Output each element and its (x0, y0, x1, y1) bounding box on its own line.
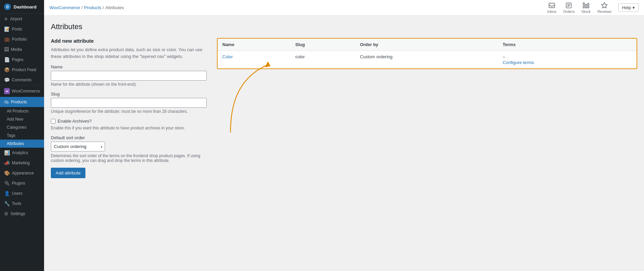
sidebar-item-comments[interactable]: 💬 Comments (0, 75, 44, 85)
name-hint: Name for the attribute (shown on the fro… (51, 82, 207, 87)
dashboard-logo[interactable]: D Dashboard (0, 0, 44, 14)
row-orderby: Custom ordering (355, 51, 498, 69)
attribute-name-link[interactable]: Color (222, 54, 233, 59)
products-parent-icon: 🛍 (4, 99, 9, 105)
col-terms: Terms (498, 39, 637, 51)
sidebar-item-plugins[interactable]: 🔌 Plugins (0, 178, 44, 188)
sidebar-item-attributes[interactable]: Attributes (0, 140, 44, 148)
dashboard-label: Dashboard (14, 4, 37, 9)
sort-order-label: Default sort order (51, 135, 207, 140)
enable-archives-label[interactable]: Enable Archives? (51, 119, 207, 124)
svg-marker-8 (602, 2, 607, 8)
airport-icon: ✈ (4, 16, 8, 22)
name-input[interactable] (51, 71, 207, 81)
svg-rect-5 (583, 3, 584, 8)
media-icon: 🖼 (4, 47, 9, 52)
content-layout: Add new attribute Attributes let you def… (51, 38, 637, 178)
sort-order-select[interactable]: Custom ordering Name Name (numeric) Term… (51, 142, 105, 151)
name-form-group: Name Name for the attribute (shown on th… (51, 64, 207, 87)
sidebar-item-marketing[interactable]: 📣 Marketing (0, 158, 44, 168)
marketing-icon: 📣 (4, 160, 10, 166)
sidebar-item-analytics[interactable]: 📊 Analytics (0, 148, 44, 158)
settings-icon: ⚙ (4, 211, 8, 216)
slug-hint: Unique slug/reference for the attribute;… (51, 109, 207, 114)
sidebar-item-all-products[interactable]: All Products (0, 107, 44, 115)
enable-archives-group: Enable Archives? Enable this if you want… (51, 119, 207, 130)
sidebar-item-media[interactable]: 🖼 Media (0, 44, 44, 55)
analytics-icon: 📊 (4, 150, 10, 155)
table-body: Color color Custom ordering – Configure … (218, 51, 637, 69)
sidebar-item-product-feed[interactable]: 📦 Product Feed (0, 65, 44, 75)
name-label: Name (51, 64, 207, 69)
sort-order-group: Default sort order Custom ordering Name … (51, 135, 207, 163)
sort-hint: Determines the sort order of the terms o… (51, 153, 207, 163)
product-feed-icon: 📦 (4, 67, 10, 72)
row-slug: color (290, 51, 355, 69)
breadcrumb-products[interactable]: Products (84, 5, 101, 10)
topbar-right: Inbox Orders Stock Reviews Help ▾ (547, 2, 639, 14)
woocommerce-nav-item[interactable]: W WooCommerce (0, 85, 44, 97)
enable-archives-hint: Enable this if you want this attribute t… (51, 126, 207, 130)
sidebar-item-tags[interactable]: Tags (0, 131, 44, 140)
table-header: Name Slug Order by Terms (218, 39, 637, 51)
col-slug: Slug (290, 39, 355, 51)
svg-rect-7 (588, 3, 589, 8)
breadcrumb-sep1: / (81, 5, 83, 10)
reviews-icon (601, 2, 608, 9)
sidebar-item-add-new[interactable]: Add New (0, 115, 44, 123)
sidebar-item-categories[interactable]: Categories (0, 123, 44, 131)
table-row: Color color Custom ordering – Configure … (218, 51, 637, 69)
form-description: Attributes let you define extra product … (51, 46, 207, 60)
enable-archives-checkbox[interactable] (51, 119, 56, 124)
form-section-title: Add new attribute (51, 38, 207, 44)
appearance-icon: 🎨 (4, 170, 10, 176)
add-attribute-button[interactable]: Add attribute (51, 168, 85, 178)
sidebar-item-posts[interactable]: 📝 Posts (0, 24, 44, 34)
attributes-table-panel: Name Slug Order by Terms Color color (217, 38, 637, 69)
configure-terms-link[interactable]: Configure terms (503, 60, 632, 65)
help-button[interactable]: Help ▾ (618, 3, 639, 12)
stock-button[interactable]: Stock (581, 2, 591, 14)
topbar: WooCommerce / Products / Attributes Inbo… (44, 0, 644, 16)
slug-label: Slug (51, 91, 207, 97)
sidebar-item-tools[interactable]: 🔧 Tools (0, 199, 44, 209)
woocommerce-icon: W (4, 88, 10, 94)
posts-icon: 📝 (4, 26, 10, 32)
breadcrumb: WooCommerce / Products / Attributes (49, 5, 124, 10)
slug-form-group: Slug Unique slug/reference for the attri… (51, 91, 207, 114)
sidebar-item-settings[interactable]: ⚙ Settings (0, 209, 44, 219)
stock-icon (583, 2, 589, 9)
breadcrumb-sep2: / (103, 5, 104, 10)
sidebar-item-airport[interactable]: ✈ Airport (0, 14, 44, 24)
col-name: Name (218, 39, 290, 51)
reviews-button[interactable]: Reviews (598, 2, 612, 14)
tools-icon: 🔧 (4, 201, 10, 206)
help-chevron-icon: ▾ (632, 5, 635, 10)
inbox-icon (548, 2, 555, 9)
products-subnav: All Products Add New Categories Tags Att… (0, 107, 44, 148)
content-area: Attributes Add new attribute Attributes … (44, 16, 644, 271)
dashboard-icon: D (4, 3, 11, 10)
sidebar-item-users[interactable]: 👤 Users (0, 188, 44, 199)
sidebar: D Dashboard ✈ Airport 📝 Posts 💼 Portfoli… (0, 0, 44, 271)
slug-input[interactable] (51, 98, 207, 108)
sidebar-item-portfolio[interactable]: 💼 Portfolio (0, 34, 44, 44)
inbox-button[interactable]: Inbox (547, 2, 557, 14)
users-icon: 👤 (4, 191, 10, 196)
orders-icon (565, 2, 572, 9)
row-terms: – Configure terms (498, 51, 637, 69)
row-name: Color (218, 51, 290, 69)
sidebar-item-pages[interactable]: 📄 Pages (0, 55, 44, 65)
plugins-icon: 🔌 (4, 181, 10, 186)
col-orderby: Order by (355, 39, 498, 51)
comments-icon: 💬 (4, 77, 10, 83)
sort-order-select-wrapper: Custom ordering Name Name (numeric) Term… (51, 142, 105, 151)
sidebar-item-products-parent[interactable]: 🛍 Products (0, 97, 44, 107)
form-panel: Add new attribute Attributes let you def… (51, 38, 207, 178)
sidebar-item-appearance[interactable]: 🎨 Appearance (0, 168, 44, 178)
portfolio-icon: 💼 (4, 37, 10, 42)
page-title: Attributes (51, 22, 637, 31)
breadcrumb-woocommerce[interactable]: WooCommerce (49, 5, 80, 10)
attributes-table: Name Slug Order by Terms Color color (218, 39, 637, 68)
orders-button[interactable]: Orders (563, 2, 575, 14)
